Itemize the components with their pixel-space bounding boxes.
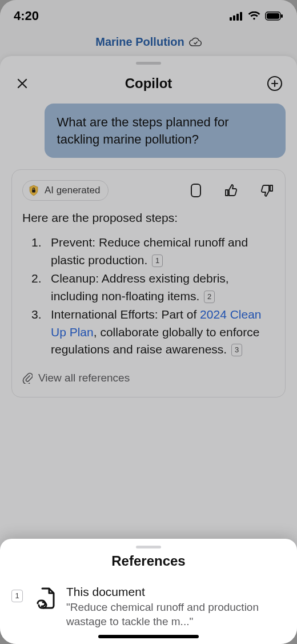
svg-rect-1 <box>233 15 235 21</box>
copy-icon <box>190 182 202 198</box>
add-chat-icon <box>266 75 283 92</box>
list-item: International Efforts: Part of 2024 Clea… <box>26 306 275 358</box>
ai-card-top: AI generated <box>22 180 275 201</box>
thumbs-up-icon <box>224 183 239 198</box>
reference-snippet: "Reduce chemical runoff and production w… <box>66 600 283 629</box>
attachment-icon <box>22 372 33 384</box>
svg-rect-3 <box>240 12 242 21</box>
document-link-icon <box>32 586 57 611</box>
status-bar: 4:20 <box>0 0 297 32</box>
reference-row[interactable]: 1 This document "Reduce chemical runoff … <box>0 585 297 629</box>
copilot-body: What are the steps planned for tackling … <box>0 104 297 409</box>
copilot-title: Copilot <box>125 75 172 92</box>
citation-badge[interactable]: 3 <box>231 344 242 356</box>
ai-steps-list: Prevent: Reduce chemical runoff and plas… <box>22 234 275 358</box>
ai-action-icons <box>188 182 275 198</box>
thumbs-down-button[interactable] <box>259 182 275 198</box>
battery-icon <box>265 11 283 21</box>
cloud-sync-icon <box>189 37 202 46</box>
citation-badge[interactable]: 2 <box>204 291 215 303</box>
reference-title: This document <box>66 585 283 599</box>
svg-rect-2 <box>236 14 239 21</box>
home-indicator[interactable] <box>98 635 199 638</box>
thumbs-up-button[interactable] <box>223 182 239 198</box>
reference-number-badge: 1 <box>11 590 23 602</box>
shield-lock-icon <box>27 184 40 197</box>
list-item: Prevent: Reduce chemical runoff and plas… <box>26 234 275 269</box>
close-button[interactable] <box>13 74 32 93</box>
svg-rect-0 <box>230 17 232 21</box>
document-title-bar: Marine Pollution <box>0 32 297 51</box>
view-refs-label: View all references <box>38 372 130 384</box>
cellular-icon <box>230 11 243 21</box>
copilot-header: Copilot <box>0 68 297 104</box>
list-item: Cleanup: Address existing debris, includ… <box>26 270 275 305</box>
status-time: 4:20 <box>14 9 39 23</box>
copy-button[interactable] <box>188 182 204 198</box>
close-icon <box>15 77 29 90</box>
step-text: International Efforts: Part of <box>51 308 200 321</box>
ai-intro-text: Here are the proposed steps: <box>22 211 275 225</box>
status-icons <box>230 11 283 21</box>
reference-texts: This document "Reduce chemical runoff an… <box>66 585 283 629</box>
svg-rect-8 <box>32 190 35 193</box>
references-sheet: References 1 This document "Reduce chemi… <box>0 539 297 644</box>
svg-rect-9 <box>191 184 200 197</box>
wifi-icon <box>248 11 260 21</box>
new-chat-button[interactable] <box>265 74 284 93</box>
user-message-bubble: What are the steps planned for tackling … <box>45 104 286 158</box>
svg-rect-6 <box>281 14 283 18</box>
ai-generated-chip[interactable]: AI generated <box>22 180 109 201</box>
svg-rect-5 <box>267 13 279 19</box>
document-title: Marine Pollution <box>95 35 184 49</box>
step-text: Cleanup: Address existing debris, includ… <box>51 272 229 302</box>
citation-badge[interactable]: 1 <box>152 255 163 267</box>
ai-chip-label: AI generated <box>45 185 100 196</box>
thumbs-down-icon <box>259 183 274 198</box>
drag-handle[interactable] <box>136 546 161 548</box>
step-text: Prevent: Reduce chemical runoff and plas… <box>51 236 248 266</box>
ai-response-card: AI generated Here are the <box>11 169 286 397</box>
drag-handle[interactable] <box>136 62 161 65</box>
view-all-references[interactable]: View all references <box>22 372 275 384</box>
references-title: References <box>0 553 297 569</box>
